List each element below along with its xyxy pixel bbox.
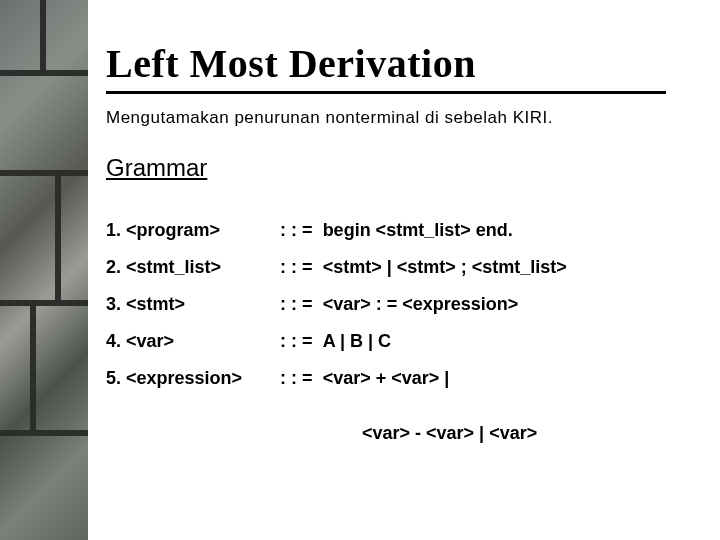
slide-title: Left Most Derivation	[106, 40, 690, 87]
grammar-rule: 2. <stmt_list> : : = <stmt> | <stmt> ; <…	[106, 257, 567, 278]
rule-number: 5.	[106, 368, 121, 388]
rule-rhs: A | B | C	[323, 331, 567, 352]
rule-rhs: <var> : = <expression>	[323, 294, 567, 315]
rule-number: 2.	[106, 257, 121, 277]
rule-nonterminal: <stmt_list>	[126, 257, 221, 277]
rule-nonterminal: <stmt>	[126, 294, 185, 314]
subtitle-text: Mengutamakan penurunan nonterminal di se…	[106, 108, 690, 128]
rule-continuation: <var> - <var> | <var>	[106, 423, 690, 444]
rule-lhs: 3. <stmt>	[106, 294, 280, 315]
content-area: Left Most Derivation Mengutamakan penuru…	[88, 0, 720, 540]
section-heading: Grammar	[106, 154, 690, 182]
rule-operator: : : =	[280, 257, 323, 278]
rule-operator: : : =	[280, 294, 323, 315]
rule-operator: : : =	[280, 220, 323, 241]
rule-number: 3.	[106, 294, 121, 314]
grammar-rules: 1. <program> : : = begin <stmt_list> end…	[106, 204, 567, 405]
grammar-rule: 5. <expression> : : = <var> + <var> |	[106, 368, 567, 389]
rule-number: 1.	[106, 220, 121, 240]
rule-operator: : : =	[280, 368, 323, 389]
rule-rhs: <var> + <var> |	[323, 368, 567, 389]
grammar-rule: 4. <var> : : = A | B | C	[106, 331, 567, 352]
slide: Left Most Derivation Mengutamakan penuru…	[0, 0, 720, 540]
grammar-rule: 3. <stmt> : : = <var> : = <expression>	[106, 294, 567, 315]
rule-lhs: 2. <stmt_list>	[106, 257, 280, 278]
rule-lhs: 4. <var>	[106, 331, 280, 352]
decorative-sidebar	[0, 0, 88, 540]
title-underline	[106, 91, 666, 94]
rule-number: 4.	[106, 331, 121, 351]
grammar-rule: 1. <program> : : = begin <stmt_list> end…	[106, 220, 567, 241]
rule-nonterminal: <var>	[126, 331, 174, 351]
rule-lhs: 1. <program>	[106, 220, 280, 241]
rule-rhs: <stmt> | <stmt> ; <stmt_list>	[323, 257, 567, 278]
rule-nonterminal: <program>	[126, 220, 220, 240]
rule-operator: : : =	[280, 331, 323, 352]
rule-lhs: 5. <expression>	[106, 368, 280, 389]
rule-nonterminal: <expression>	[126, 368, 242, 388]
rule-rhs: begin <stmt_list> end.	[323, 220, 567, 241]
